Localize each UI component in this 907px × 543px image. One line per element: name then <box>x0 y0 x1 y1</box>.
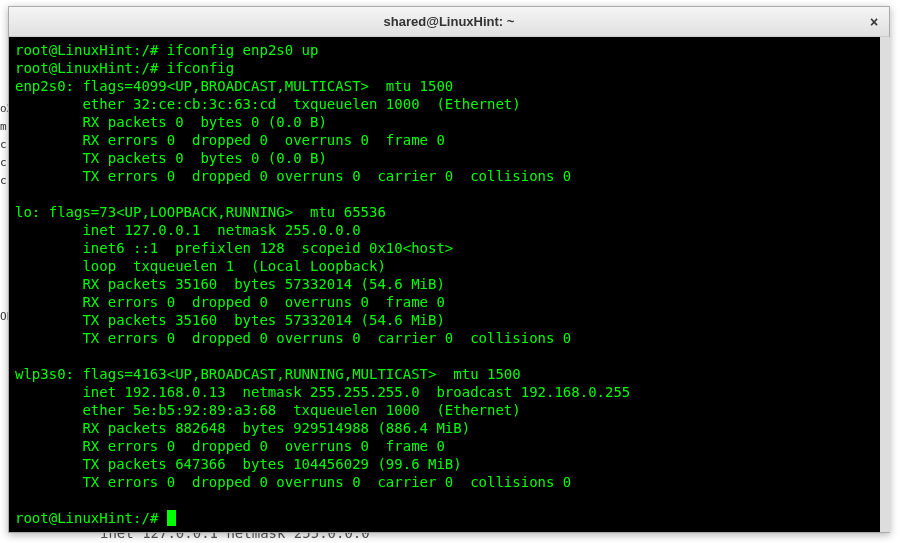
lo-header: lo: flags=73<UP,LOOPBACK,RUNNING> mtu 65… <box>15 203 883 221</box>
lo-inet: inet 127.0.0.1 netmask 255.0.0.0 <box>15 221 883 239</box>
lo-rx-errors: RX errors 0 dropped 0 overruns 0 frame 0 <box>15 293 883 311</box>
wlp3s0-rx-packets: RX packets 882648 bytes 929514988 (886.4… <box>15 419 883 437</box>
window-titlebar[interactable]: shared@LinuxHint: ~ × <box>9 7 889 37</box>
scrollbar[interactable] <box>880 37 890 532</box>
wlp3s0-ether: ether 5e:b5:92:89:a3:68 txqueuelen 1000 … <box>15 401 883 419</box>
wlp3s0-tx-packets: TX packets 647366 bytes 104456029 (99.6 … <box>15 455 883 473</box>
terminal-window: shared@LinuxHint: ~ × root@LinuxHint:/# … <box>8 6 890 533</box>
window-title: shared@LinuxHint: ~ <box>384 14 515 29</box>
terminal-output[interactable]: root@LinuxHint:/# ifconfig enp2s0 uproot… <box>9 37 889 532</box>
prompt-path: /# <box>141 510 158 526</box>
cursor <box>167 510 176 526</box>
lo-tx-packets: TX packets 35160 bytes 57332014 (54.6 Mi… <box>15 311 883 329</box>
enp2s0-tx-errors: TX errors 0 dropped 0 overruns 0 carrier… <box>15 167 883 185</box>
lo-inet6: inet6 ::1 prefixlen 128 scopeid 0x10<hos… <box>15 239 883 257</box>
enp2s0-header: enp2s0: flags=4099<UP,BROADCAST,MULTICAS… <box>15 77 883 95</box>
prompt-user: root@LinuxHint <box>15 60 133 76</box>
wlp3s0-rx-errors: RX errors 0 dropped 0 overruns 0 frame 0 <box>15 437 883 455</box>
prompt-user: root@LinuxHint <box>15 510 133 526</box>
lo-loop: loop txqueuelen 1 (Local Loopback) <box>15 257 883 275</box>
close-icon[interactable]: × <box>865 13 883 31</box>
enp2s0-rx-errors: RX errors 0 dropped 0 overruns 0 frame 0 <box>15 131 883 149</box>
prompt-path: /# <box>141 60 158 76</box>
command-2: ifconfig <box>167 60 234 76</box>
prompt-path: /# <box>141 42 158 58</box>
wlp3s0-inet: inet 192.168.0.13 netmask 255.255.255.0 … <box>15 383 883 401</box>
enp2s0-ether: ether 32:ce:cb:3c:63:cd txqueuelen 1000 … <box>15 95 883 113</box>
command-1: ifconfig enp2s0 up <box>167 42 319 58</box>
wlp3s0-tx-errors: TX errors 0 dropped 0 overruns 0 carrier… <box>15 473 883 491</box>
prompt-user: root@LinuxHint <box>15 42 133 58</box>
enp2s0-tx-packets: TX packets 0 bytes 0 (0.0 B) <box>15 149 883 167</box>
lo-tx-errors: TX errors 0 dropped 0 overruns 0 carrier… <box>15 329 883 347</box>
wlp3s0-header: wlp3s0: flags=4163<UP,BROADCAST,RUNNING,… <box>15 365 883 383</box>
enp2s0-rx-packets: RX packets 0 bytes 0 (0.0 B) <box>15 113 883 131</box>
lo-rx-packets: RX packets 35160 bytes 57332014 (54.6 Mi… <box>15 275 883 293</box>
